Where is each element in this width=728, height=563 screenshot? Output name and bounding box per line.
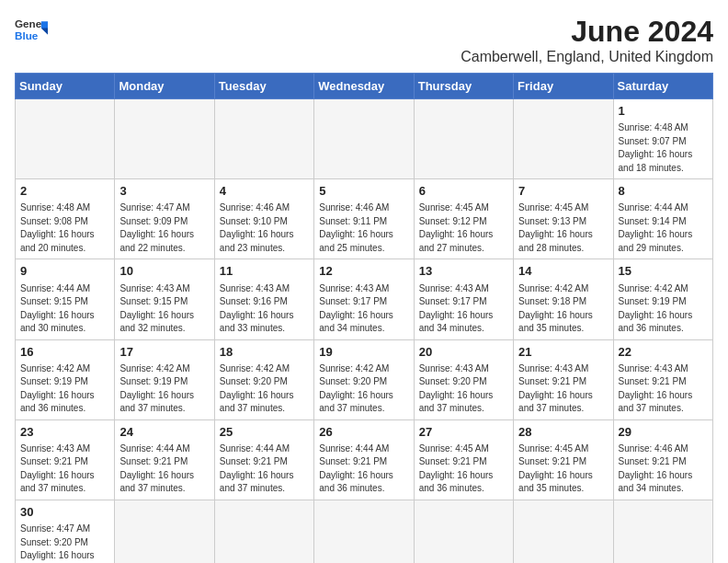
day-info: Sunrise: 4:45 AM Sunset: 9:21 PM Dayligh… xyxy=(419,442,508,496)
location-subtitle: Camberwell, England, United Kingdom xyxy=(461,49,713,65)
calendar-day-cell: 25Sunrise: 4:44 AM Sunset: 9:21 PM Dayli… xyxy=(214,419,313,500)
title-area: June 2024 Camberwell, England, United Ki… xyxy=(461,15,713,65)
day-number: 17 xyxy=(119,344,209,361)
day-info: Sunrise: 4:44 AM Sunset: 9:21 PM Dayligh… xyxy=(220,442,309,496)
day-info: Sunrise: 4:43 AM Sunset: 9:16 PM Dayligh… xyxy=(220,282,309,336)
day-number: 29 xyxy=(619,424,708,441)
calendar-table: SundayMondayTuesdayWednesdayThursdayFrid… xyxy=(15,73,713,563)
day-info: Sunrise: 4:42 AM Sunset: 9:20 PM Dayligh… xyxy=(319,362,408,416)
day-info: Sunrise: 4:48 AM Sunset: 9:08 PM Dayligh… xyxy=(20,201,109,255)
svg-marker-3 xyxy=(41,28,48,34)
weekday-header-friday: Friday xyxy=(514,74,613,99)
day-number: 26 xyxy=(319,424,408,441)
calendar-day-cell: 24Sunrise: 4:44 AM Sunset: 9:21 PM Dayli… xyxy=(115,419,214,500)
weekday-header-tuesday: Tuesday xyxy=(214,74,313,99)
calendar-day-cell xyxy=(214,500,313,563)
day-number: 11 xyxy=(220,263,309,280)
calendar-day-cell: 26Sunrise: 4:44 AM Sunset: 9:21 PM Dayli… xyxy=(314,419,414,500)
day-number: 4 xyxy=(220,183,309,200)
calendar-day-cell xyxy=(115,500,214,563)
calendar-day-cell: 18Sunrise: 4:42 AM Sunset: 9:20 PM Dayli… xyxy=(214,339,313,419)
day-info: Sunrise: 4:46 AM Sunset: 9:10 PM Dayligh… xyxy=(220,201,309,255)
day-info: Sunrise: 4:42 AM Sunset: 9:18 PM Dayligh… xyxy=(518,282,608,336)
calendar-week-row: 16Sunrise: 4:42 AM Sunset: 9:19 PM Dayli… xyxy=(16,339,713,419)
calendar-day-cell: 5Sunrise: 4:46 AM Sunset: 9:11 PM Daylig… xyxy=(314,179,414,259)
calendar-day-cell xyxy=(16,99,115,179)
calendar-day-cell: 6Sunrise: 4:45 AM Sunset: 9:12 PM Daylig… xyxy=(414,179,513,259)
day-number: 6 xyxy=(419,183,508,200)
day-info: Sunrise: 4:43 AM Sunset: 9:17 PM Dayligh… xyxy=(319,282,408,336)
calendar-day-cell: 1Sunrise: 4:48 AM Sunset: 9:07 PM Daylig… xyxy=(613,99,712,179)
day-info: Sunrise: 4:47 AM Sunset: 9:20 PM Dayligh… xyxy=(20,523,109,563)
calendar-day-cell: 4Sunrise: 4:46 AM Sunset: 9:10 PM Daylig… xyxy=(214,179,313,259)
weekday-header-wednesday: Wednesday xyxy=(314,74,414,99)
calendar-day-cell: 14Sunrise: 4:42 AM Sunset: 9:18 PM Dayli… xyxy=(514,259,613,339)
weekday-header-monday: Monday xyxy=(115,74,214,99)
day-info: Sunrise: 4:42 AM Sunset: 9:19 PM Dayligh… xyxy=(119,362,209,416)
calendar-day-cell xyxy=(314,99,414,179)
calendar-week-row: 2Sunrise: 4:48 AM Sunset: 9:08 PM Daylig… xyxy=(16,179,713,259)
logo-svg: General Blue xyxy=(15,15,48,48)
day-info: Sunrise: 4:44 AM Sunset: 9:15 PM Dayligh… xyxy=(20,282,109,336)
day-number: 25 xyxy=(220,424,309,441)
calendar-day-cell xyxy=(514,500,613,563)
day-number: 23 xyxy=(20,424,109,441)
weekday-header-row: SundayMondayTuesdayWednesdayThursdayFrid… xyxy=(16,74,713,99)
day-info: Sunrise: 4:42 AM Sunset: 9:20 PM Dayligh… xyxy=(220,362,309,416)
calendar-day-cell: 10Sunrise: 4:43 AM Sunset: 9:15 PM Dayli… xyxy=(115,259,214,339)
day-info: Sunrise: 4:44 AM Sunset: 9:21 PM Dayligh… xyxy=(119,442,209,496)
calendar-day-cell: 28Sunrise: 4:45 AM Sunset: 9:21 PM Dayli… xyxy=(514,419,613,500)
calendar-day-cell xyxy=(115,99,214,179)
day-info: Sunrise: 4:48 AM Sunset: 9:07 PM Dayligh… xyxy=(619,121,708,175)
day-number: 7 xyxy=(518,183,608,200)
calendar-day-cell: 27Sunrise: 4:45 AM Sunset: 9:21 PM Dayli… xyxy=(414,419,513,500)
calendar-day-cell: 20Sunrise: 4:43 AM Sunset: 9:20 PM Dayli… xyxy=(414,339,513,419)
day-number: 27 xyxy=(419,424,508,441)
day-info: Sunrise: 4:45 AM Sunset: 9:13 PM Dayligh… xyxy=(518,201,608,255)
day-number: 3 xyxy=(119,183,209,200)
day-info: Sunrise: 4:46 AM Sunset: 9:21 PM Dayligh… xyxy=(619,442,708,496)
day-number: 21 xyxy=(518,344,608,361)
header: General Blue June 2024 Camberwell, Engla… xyxy=(15,15,713,65)
day-info: Sunrise: 4:46 AM Sunset: 9:11 PM Dayligh… xyxy=(319,201,408,255)
day-info: Sunrise: 4:43 AM Sunset: 9:21 PM Dayligh… xyxy=(518,362,608,416)
calendar-week-row: 9Sunrise: 4:44 AM Sunset: 9:15 PM Daylig… xyxy=(16,259,713,339)
day-number: 10 xyxy=(119,263,209,280)
day-number: 12 xyxy=(319,263,408,280)
calendar-day-cell xyxy=(214,99,313,179)
calendar-day-cell: 21Sunrise: 4:43 AM Sunset: 9:21 PM Dayli… xyxy=(514,339,613,419)
day-info: Sunrise: 4:43 AM Sunset: 9:17 PM Dayligh… xyxy=(419,282,508,336)
day-info: Sunrise: 4:42 AM Sunset: 9:19 PM Dayligh… xyxy=(20,362,109,416)
day-info: Sunrise: 4:45 AM Sunset: 9:12 PM Dayligh… xyxy=(419,201,508,255)
day-number: 18 xyxy=(220,344,309,361)
day-info: Sunrise: 4:44 AM Sunset: 9:21 PM Dayligh… xyxy=(319,442,408,496)
day-info: Sunrise: 4:47 AM Sunset: 9:09 PM Dayligh… xyxy=(119,201,209,255)
day-number: 16 xyxy=(20,344,109,361)
calendar-day-cell: 11Sunrise: 4:43 AM Sunset: 9:16 PM Dayli… xyxy=(214,259,313,339)
day-number: 8 xyxy=(619,183,708,200)
calendar-day-cell: 13Sunrise: 4:43 AM Sunset: 9:17 PM Dayli… xyxy=(414,259,513,339)
day-number: 9 xyxy=(20,263,109,280)
month-title: June 2024 xyxy=(461,15,713,49)
calendar-day-cell xyxy=(314,500,414,563)
svg-text:Blue: Blue xyxy=(15,29,39,41)
calendar-day-cell: 29Sunrise: 4:46 AM Sunset: 9:21 PM Dayli… xyxy=(613,419,712,500)
day-number: 5 xyxy=(319,183,408,200)
day-info: Sunrise: 4:45 AM Sunset: 9:21 PM Dayligh… xyxy=(518,442,608,496)
day-info: Sunrise: 4:43 AM Sunset: 9:20 PM Dayligh… xyxy=(419,362,508,416)
weekday-header-saturday: Saturday xyxy=(613,74,712,99)
calendar-day-cell: 2Sunrise: 4:48 AM Sunset: 9:08 PM Daylig… xyxy=(16,179,115,259)
day-number: 28 xyxy=(518,424,608,441)
calendar-week-row: 30Sunrise: 4:47 AM Sunset: 9:20 PM Dayli… xyxy=(16,500,713,563)
calendar-day-cell: 15Sunrise: 4:42 AM Sunset: 9:19 PM Dayli… xyxy=(613,259,712,339)
day-number: 30 xyxy=(20,504,109,521)
day-number: 19 xyxy=(319,344,408,361)
calendar-day-cell: 17Sunrise: 4:42 AM Sunset: 9:19 PM Dayli… xyxy=(115,339,214,419)
calendar-day-cell: 12Sunrise: 4:43 AM Sunset: 9:17 PM Dayli… xyxy=(314,259,414,339)
calendar-day-cell: 23Sunrise: 4:43 AM Sunset: 9:21 PM Dayli… xyxy=(16,419,115,500)
calendar-day-cell xyxy=(414,500,513,563)
calendar-week-row: 1Sunrise: 4:48 AM Sunset: 9:07 PM Daylig… xyxy=(16,99,713,179)
day-number: 20 xyxy=(419,344,508,361)
logo: General Blue xyxy=(15,15,48,48)
calendar-day-cell xyxy=(514,99,613,179)
